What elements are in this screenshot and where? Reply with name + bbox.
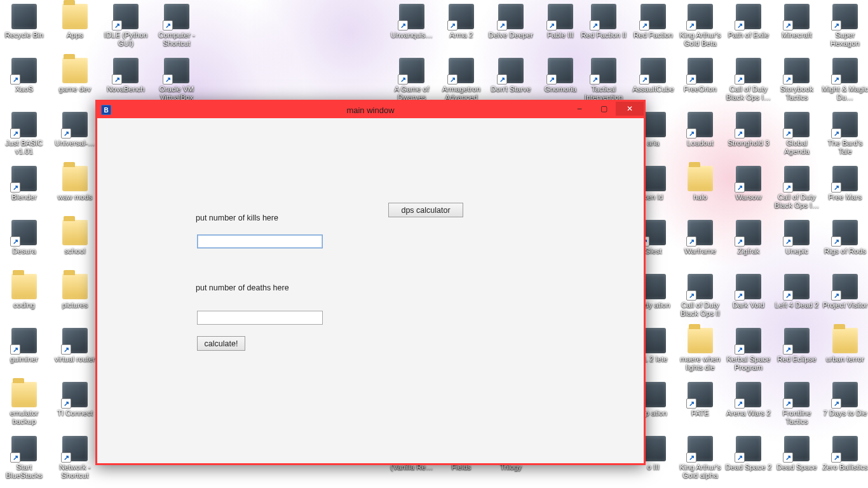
desktop-item[interactable]: Red Eclipse <box>773 324 821 378</box>
desktop-icon[interactable] <box>62 4 88 29</box>
desktop-item[interactable]: Red Faction <box>629 0 677 54</box>
desktop-icon[interactable] <box>832 112 858 137</box>
desktop-icon[interactable] <box>832 58 858 83</box>
desktop-item[interactable]: XaoS <box>0 54 48 108</box>
close-button[interactable]: ✕ <box>616 102 644 116</box>
desktop-item[interactable]: school <box>51 216 99 270</box>
desktop-icon[interactable] <box>784 4 810 29</box>
desktop-item[interactable]: Super Hexagon <box>821 0 868 54</box>
desktop-icon[interactable] <box>449 4 474 29</box>
desktop-item[interactable]: Just BASIC v1.01 <box>0 108 48 162</box>
desktop-icon[interactable] <box>449 58 474 83</box>
desktop-icon[interactable] <box>11 220 37 245</box>
desktop-icon[interactable] <box>736 436 761 461</box>
desktop-item[interactable]: Stronghold 3 <box>724 108 773 162</box>
desktop-icon[interactable] <box>784 166 810 191</box>
desktop-item[interactable]: halo <box>676 162 724 216</box>
desktop-item[interactable]: The Bard's Tale <box>821 108 868 162</box>
desktop-item[interactable]: Project Visitor <box>821 270 868 324</box>
desktop-icon[interactable] <box>11 382 37 407</box>
desktop-icon[interactable] <box>11 166 37 191</box>
desktop-icon[interactable] <box>736 220 761 245</box>
desktop-item[interactable]: Call of Duty Black Ops I… <box>724 54 773 108</box>
desktop-item[interactable]: FreeOrion <box>676 54 724 108</box>
titlebar[interactable]: B main window – ▢ ✕ <box>97 102 644 118</box>
desktop-item[interactable]: FATE <box>676 378 724 432</box>
deaths-input[interactable] <box>197 311 323 325</box>
desktop-icon[interactable] <box>591 4 616 29</box>
desktop-item[interactable]: King Arthur's Gold Beta <box>676 0 724 54</box>
desktop-icon[interactable] <box>62 328 88 353</box>
desktop-icon[interactable] <box>736 328 761 353</box>
desktop-icon[interactable] <box>11 436 37 461</box>
desktop-item[interactable]: Path of Exile <box>724 0 773 54</box>
desktop-icon[interactable] <box>784 382 810 407</box>
desktop-icon[interactable] <box>62 166 88 191</box>
desktop-item[interactable]: Fable III <box>536 0 585 54</box>
desktop-icon[interactable] <box>688 220 713 245</box>
desktop-icon[interactable] <box>736 112 761 137</box>
desktop-icon[interactable] <box>688 58 713 83</box>
desktop-icon[interactable] <box>62 436 88 461</box>
desktop-icon[interactable] <box>641 4 666 29</box>
desktop-item[interactable]: Warframe <box>676 216 724 270</box>
desktop-item[interactable]: Red Faction II <box>580 0 628 54</box>
desktop-icon[interactable] <box>688 436 713 461</box>
desktop-item[interactable]: Unepic <box>773 216 821 270</box>
desktop-icon[interactable] <box>498 58 524 83</box>
desktop-icon[interactable] <box>784 328 810 353</box>
desktop-icon[interactable] <box>832 436 858 461</box>
minimize-button[interactable]: – <box>567 102 592 116</box>
desktop-item[interactable]: Arma 2 <box>437 0 485 54</box>
desktop-icon[interactable] <box>688 382 713 407</box>
desktop-icon[interactable] <box>498 4 524 29</box>
desktop-icon[interactable] <box>832 328 858 353</box>
desktop-item[interactable]: Frontline Tactics <box>773 378 821 432</box>
desktop-item[interactable]: Call of Duty Black Ops I… <box>773 162 821 216</box>
desktop-icon[interactable] <box>784 436 810 461</box>
desktop-icon[interactable] <box>641 58 666 83</box>
desktop-icon[interactable] <box>784 274 810 299</box>
desktop-icon[interactable] <box>11 4 37 29</box>
calculate-button[interactable]: calculate! <box>197 336 245 351</box>
desktop-item[interactable]: TI Connect <box>51 378 99 432</box>
desktop-icon[interactable] <box>688 4 713 29</box>
desktop-item[interactable]: Zero Ballistics <box>821 432 868 486</box>
desktop-item[interactable]: Arena Wars 2 <box>724 378 773 432</box>
desktop-item[interactable]: IDLE (Python GUI) <box>102 0 150 54</box>
desktop-icon[interactable] <box>164 58 189 83</box>
desktop-icon[interactable] <box>399 4 424 29</box>
desktop-item[interactable]: Computer - Shortcut <box>153 0 201 54</box>
desktop-item[interactable]: Unvanquis… <box>388 0 436 54</box>
desktop-item[interactable]: guiminer <box>0 324 48 378</box>
desktop-item[interactable]: Might & Magic Du… <box>821 54 868 108</box>
dps-calculator-button[interactable]: dps calculator <box>388 203 463 217</box>
desktop-icon[interactable] <box>832 4 858 29</box>
desktop-icon[interactable] <box>832 382 858 407</box>
kills-input[interactable] <box>197 234 323 248</box>
desktop-icon[interactable] <box>11 328 37 353</box>
desktop-item[interactable]: Zigfrak <box>724 216 773 270</box>
desktop-item[interactable]: Free Mars <box>821 162 868 216</box>
desktop-item[interactable]: 7 Days to Die <box>821 378 868 432</box>
desktop-icon[interactable] <box>784 112 810 137</box>
desktop-item[interactable]: Storybook Tactics <box>773 54 821 108</box>
desktop-item[interactable]: Delve Deeper <box>487 0 535 54</box>
desktop-icon[interactable] <box>784 220 810 245</box>
desktop-icon[interactable] <box>832 220 858 245</box>
desktop-item[interactable]: Kerbal Space Program <box>724 324 773 378</box>
desktop-icon[interactable] <box>736 382 761 407</box>
desktop-item[interactable]: emulator backup <box>0 378 48 432</box>
desktop-item[interactable]: Global Agenda <box>773 108 821 162</box>
desktop-item[interactable]: urban terror <box>821 324 868 378</box>
desktop-item[interactable]: Dark Void <box>724 270 773 324</box>
desktop-icon[interactable] <box>548 58 573 83</box>
desktop-icon[interactable] <box>548 4 573 29</box>
desktop-icon[interactable] <box>113 4 139 29</box>
desktop-icon[interactable] <box>62 274 88 299</box>
desktop-icon[interactable] <box>784 58 810 83</box>
desktop-item[interactable]: Rigs of Rods <box>821 216 868 270</box>
desktop-item[interactable]: pictures <box>51 270 99 324</box>
desktop-icon[interactable] <box>736 58 761 83</box>
maximize-button[interactable]: ▢ <box>592 102 616 116</box>
